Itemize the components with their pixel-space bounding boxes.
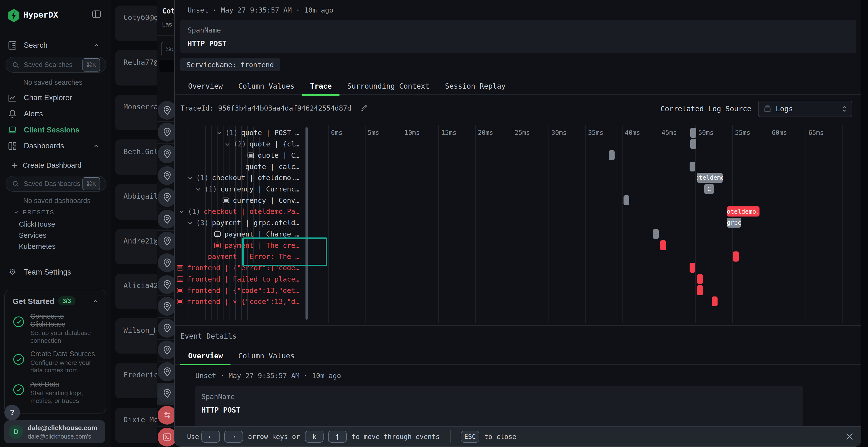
trace-span-row[interactable]: frontend | × {"code":13,"d… — [175, 296, 328, 307]
session-card[interactable]: Dixie_Mc — [115, 408, 157, 443]
trace-span-bar[interactable] — [697, 274, 703, 284]
create-dashboard-button[interactable]: Create Dashboard — [0, 159, 111, 172]
chevron-down-icon[interactable] — [217, 130, 222, 136]
trace-span-row[interactable]: (1)quote | POST … — [175, 127, 328, 138]
chevron-down-icon[interactable] — [187, 175, 193, 181]
session-card[interactable]: Coty60@g — [115, 5, 157, 41]
tab-trace[interactable]: Trace — [302, 77, 340, 95]
sidebar-item-team-settings[interactable]: ⚙ Team Settings — [0, 265, 111, 279]
trace-span-row[interactable]: payment | Charge … — [175, 229, 328, 240]
chevron-up-icon[interactable] — [93, 42, 100, 49]
presets-section-toggle[interactable]: PRESETS — [13, 209, 55, 216]
session-card[interactable]: Wilson_H — [115, 318, 157, 354]
get-started-item[interactable]: Add Data Start sending logs, metrics, or… — [11, 380, 100, 405]
trace-span-bar[interactable] — [733, 251, 739, 261]
saved-searches-input[interactable]: Saved Searches ⌘K — [5, 57, 106, 73]
tree-scrollbar[interactable] — [306, 127, 308, 319]
session-event-row[interactable] — [157, 361, 175, 383]
sidebar-item-alerts[interactable]: Alerts — [0, 107, 111, 121]
sidebar-item-services[interactable]: Services — [19, 231, 46, 239]
session-event-row[interactable] — [157, 122, 175, 143]
log-source-select[interactable]: Logs — [758, 101, 852, 117]
session-card[interactable]: Monserra — [115, 95, 157, 130]
trace-span-bar[interactable]: oteldemo — [697, 173, 723, 182]
trace-span-row[interactable]: frontend | {"code":13,"det… — [175, 285, 328, 296]
trace-span-bar[interactable]: oteldemo. — [727, 206, 759, 216]
j-key[interactable]: j — [328, 431, 347, 443]
session-event-row[interactable] — [157, 274, 175, 296]
trace-span-row[interactable]: payment | The cre… — [175, 240, 328, 251]
trace-span-row[interactable]: (1)checkout | oteldemo.… — [175, 172, 328, 183]
session-search-input[interactable]: Sea — [161, 42, 175, 56]
session-event-row[interactable] — [157, 317, 175, 340]
session-event-row[interactable] — [157, 405, 175, 427]
tab-column-values[interactable]: Column Values — [230, 77, 302, 95]
trace-span-row[interactable]: payment | Error: The … — [175, 251, 328, 262]
tab-surrounding-context[interactable]: Surrounding Context — [340, 77, 437, 95]
session-event-row[interactable] — [157, 426, 175, 447]
trace-span-row[interactable]: frontend | Failed to place… — [175, 273, 328, 285]
sidebar-item-dashboards[interactable]: Dashboards — [0, 139, 111, 153]
sidebar-item-client-sessions[interactable]: Client Sessions — [0, 123, 111, 137]
chevron-up-icon[interactable] — [92, 298, 99, 305]
sidebar-item-kubernetes[interactable]: Kubernetes — [19, 242, 56, 250]
trace-span-bar[interactable] — [660, 240, 666, 250]
trace-span-row[interactable]: (3)payment | grpc.oteld… — [175, 217, 328, 229]
session-event-row[interactable] — [157, 143, 175, 165]
session-event-row[interactable] — [157, 296, 175, 318]
trace-span-bar[interactable] — [690, 128, 696, 138]
session-event-row[interactable] — [157, 209, 175, 231]
session-card[interactable]: Beth.Gol — [115, 139, 157, 175]
trace-span-bar[interactable] — [609, 150, 615, 160]
trace-span-bar[interactable] — [689, 162, 695, 171]
trace-span-bar[interactable] — [623, 195, 629, 205]
session-toggle-button[interactable] — [159, 60, 175, 72]
sidebar-item-clickhouse[interactable]: ClickHouse — [19, 220, 55, 228]
trace-span-row[interactable]: currency | Conv… — [175, 195, 328, 206]
trace-span-bar[interactable] — [712, 297, 717, 306]
k-key[interactable]: k — [305, 431, 323, 443]
trace-span-row[interactable]: (2)quote | {cl… — [175, 138, 328, 150]
session-card[interactable]: Alicia42 — [115, 274, 157, 309]
session-card[interactable]: Frederic — [115, 363, 157, 398]
trace-span-bar[interactable]: C — [704, 184, 714, 194]
trace-span-row[interactable]: quote | C… — [175, 149, 328, 161]
tab-session-replay[interactable]: Session Replay — [437, 77, 513, 95]
arrow-right-key[interactable]: → — [224, 431, 243, 443]
trace-span-bar[interactable] — [697, 285, 703, 295]
session-card[interactable]: Andre21@ — [115, 229, 157, 265]
session-event-row[interactable] — [157, 252, 175, 274]
session-event-row[interactable] — [157, 165, 175, 187]
sidebar-item-chart-explorer[interactable]: Chart Explorer — [0, 91, 111, 105]
user-menu[interactable]: D dale@clickhouse.com dale@clickhouse.co… — [4, 420, 105, 443]
trace-span-row[interactable]: (1)checkout | oteldemo.Pa… — [175, 206, 328, 217]
trace-span-bar[interactable] — [689, 263, 695, 273]
service-name-chip[interactable]: ServiceName: frontend — [180, 58, 280, 71]
help-button[interactable]: ? — [4, 405, 20, 420]
saved-dashboards-input[interactable]: Saved Dashboards ⌘K — [5, 176, 106, 192]
session-card[interactable]: Retha77@ — [115, 50, 157, 85]
get-started-item[interactable]: Connect to ClickHouse Set up your databa… — [11, 312, 100, 345]
session-event-row[interactable] — [157, 383, 175, 405]
trace-span-bar[interactable]: grpc — [727, 218, 741, 228]
event-details-tab-overview[interactable]: Overview — [180, 347, 230, 365]
session-event-row[interactable] — [157, 187, 175, 209]
chevron-down-icon[interactable] — [179, 209, 184, 214]
tab-overview[interactable]: Overview — [180, 77, 230, 95]
chevron-down-icon[interactable] — [195, 186, 201, 192]
collapse-sidebar-icon[interactable] — [92, 9, 101, 19]
event-details-tab-column-values[interactable]: Column Values — [230, 347, 302, 365]
sidebar-item-search[interactable]: Search — [0, 39, 111, 52]
modal-overlay-strip[interactable] — [861, 0, 868, 447]
trace-span-bar[interactable] — [653, 229, 659, 239]
edit-pencil-icon[interactable] — [360, 104, 368, 112]
session-event-row[interactable] — [157, 230, 175, 252]
chevron-up-icon[interactable] — [93, 143, 100, 149]
esc-key[interactable]: ESC — [461, 431, 479, 443]
chevron-down-icon[interactable] — [225, 141, 230, 147]
chevron-down-icon[interactable] — [187, 220, 193, 226]
trace-span-row[interactable]: (1)currency | Currenc… — [175, 183, 328, 195]
close-icon[interactable] — [845, 432, 854, 441]
arrow-left-key[interactable]: ← — [201, 431, 220, 443]
trace-span-bar[interactable] — [690, 139, 696, 149]
